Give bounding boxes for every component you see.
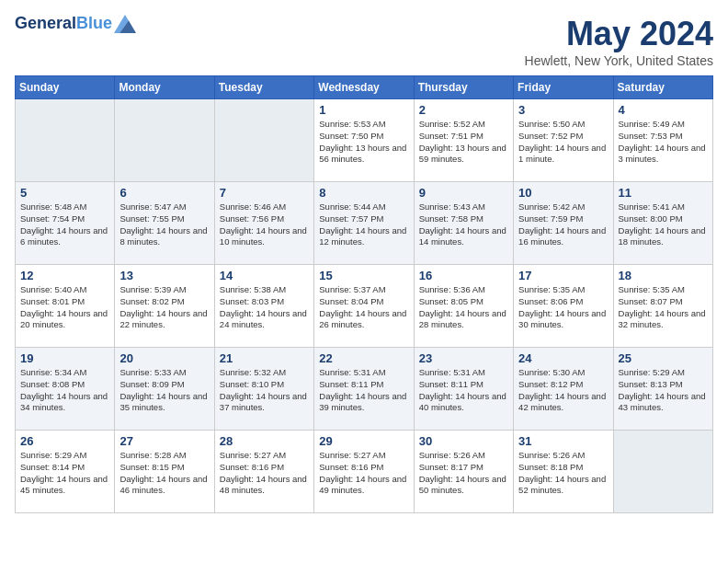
calendar-day-cell: 5Sunrise: 5:48 AM Sunset: 7:54 PM Daylig… — [16, 182, 115, 265]
day-info: Sunrise: 5:29 AM Sunset: 8:13 PM Dayligh… — [619, 367, 708, 414]
day-number: 16 — [419, 269, 508, 282]
calendar-day-cell: 17Sunrise: 5:35 AM Sunset: 8:06 PM Dayli… — [514, 265, 613, 348]
day-info: Sunrise: 5:32 AM Sunset: 8:10 PM Dayligh… — [220, 367, 309, 414]
day-info: Sunrise: 5:53 AM Sunset: 7:50 PM Dayligh… — [319, 119, 408, 166]
day-number: 12 — [20, 269, 109, 282]
calendar-day-cell: 2Sunrise: 5:52 AM Sunset: 7:51 PM Daylig… — [414, 99, 513, 182]
weekday-header-cell: Tuesday — [214, 76, 313, 99]
logo-icon — [114, 15, 136, 33]
day-number: 7 — [220, 186, 309, 200]
calendar-day-cell: 30Sunrise: 5:26 AM Sunset: 8:17 PM Dayli… — [414, 431, 513, 513]
day-number: 6 — [119, 186, 209, 200]
logo: GeneralBlue — [15, 15, 136, 33]
day-info: Sunrise: 5:34 AM Sunset: 8:08 PM Dayligh… — [20, 367, 109, 414]
day-number: 4 — [619, 103, 708, 117]
day-number: 18 — [619, 269, 708, 282]
day-info: Sunrise: 5:28 AM Sunset: 8:15 PM Dayligh… — [119, 450, 209, 497]
calendar-week-row: 5Sunrise: 5:48 AM Sunset: 7:54 PM Daylig… — [16, 182, 713, 265]
weekday-header-cell: Sunday — [16, 76, 115, 99]
day-number: 23 — [419, 351, 508, 365]
day-info: Sunrise: 5:38 AM Sunset: 8:03 PM Dayligh… — [220, 284, 309, 331]
calendar-day-cell: 9Sunrise: 5:43 AM Sunset: 7:58 PM Daylig… — [414, 182, 513, 265]
day-number: 28 — [220, 434, 309, 448]
weekday-header-cell: Monday — [115, 76, 214, 99]
page-header: GeneralBlue May 2024 Hewlett, New York, … — [15, 15, 713, 68]
calendar-day-cell: 23Sunrise: 5:31 AM Sunset: 8:11 PM Dayli… — [414, 348, 513, 431]
day-info: Sunrise: 5:43 AM Sunset: 7:58 PM Dayligh… — [419, 201, 508, 248]
day-info: Sunrise: 5:30 AM Sunset: 8:12 PM Dayligh… — [518, 367, 608, 414]
weekday-header-cell: Thursday — [414, 76, 513, 99]
day-number: 14 — [220, 269, 309, 282]
day-number: 21 — [220, 351, 309, 365]
calendar-day-cell — [16, 99, 115, 182]
day-info: Sunrise: 5:47 AM Sunset: 7:55 PM Dayligh… — [119, 201, 209, 248]
calendar-day-cell: 29Sunrise: 5:27 AM Sunset: 8:16 PM Dayli… — [314, 431, 414, 513]
day-number: 31 — [518, 434, 608, 448]
day-number: 19 — [20, 351, 109, 365]
calendar-day-cell: 13Sunrise: 5:39 AM Sunset: 8:02 PM Dayli… — [115, 265, 214, 348]
day-info: Sunrise: 5:36 AM Sunset: 8:05 PM Dayligh… — [419, 284, 508, 331]
day-info: Sunrise: 5:50 AM Sunset: 7:52 PM Dayligh… — [518, 119, 608, 166]
calendar-day-cell: 26Sunrise: 5:29 AM Sunset: 8:14 PM Dayli… — [16, 431, 115, 513]
calendar-day-cell: 6Sunrise: 5:47 AM Sunset: 7:55 PM Daylig… — [115, 182, 214, 265]
day-info: Sunrise: 5:44 AM Sunset: 7:57 PM Dayligh… — [319, 201, 408, 248]
day-number: 17 — [518, 269, 608, 282]
calendar-day-cell — [115, 99, 214, 182]
logo-text: GeneralBlue — [15, 15, 112, 33]
calendar-week-row: 12Sunrise: 5:40 AM Sunset: 8:01 PM Dayli… — [16, 265, 713, 348]
calendar-day-cell: 22Sunrise: 5:31 AM Sunset: 8:11 PM Dayli… — [314, 348, 414, 431]
calendar-day-cell: 15Sunrise: 5:37 AM Sunset: 8:04 PM Dayli… — [314, 265, 414, 348]
day-number: 20 — [119, 351, 209, 365]
day-info: Sunrise: 5:46 AM Sunset: 7:56 PM Dayligh… — [220, 201, 309, 248]
day-number: 3 — [518, 103, 608, 117]
day-number: 8 — [319, 186, 408, 200]
day-info: Sunrise: 5:27 AM Sunset: 8:16 PM Dayligh… — [220, 450, 309, 497]
calendar-week-row: 1Sunrise: 5:53 AM Sunset: 7:50 PM Daylig… — [16, 99, 713, 182]
day-info: Sunrise: 5:35 AM Sunset: 8:06 PM Dayligh… — [518, 284, 608, 331]
day-number: 29 — [319, 434, 408, 448]
day-info: Sunrise: 5:42 AM Sunset: 7:59 PM Dayligh… — [518, 201, 608, 248]
title-area: May 2024 Hewlett, New York, United State… — [525, 15, 713, 68]
day-number: 22 — [319, 351, 408, 365]
calendar-day-cell: 27Sunrise: 5:28 AM Sunset: 8:15 PM Dayli… — [115, 431, 214, 513]
day-info: Sunrise: 5:27 AM Sunset: 8:16 PM Dayligh… — [319, 450, 408, 497]
calendar-day-cell — [613, 431, 712, 513]
day-number: 5 — [20, 186, 109, 200]
day-info: Sunrise: 5:49 AM Sunset: 7:53 PM Dayligh… — [619, 119, 708, 166]
day-number: 26 — [20, 434, 109, 448]
calendar-day-cell: 7Sunrise: 5:46 AM Sunset: 7:56 PM Daylig… — [214, 182, 313, 265]
calendar-body: 1Sunrise: 5:53 AM Sunset: 7:50 PM Daylig… — [16, 99, 713, 513]
day-info: Sunrise: 5:37 AM Sunset: 8:04 PM Dayligh… — [319, 284, 408, 331]
day-number: 15 — [319, 269, 408, 282]
day-info: Sunrise: 5:31 AM Sunset: 8:11 PM Dayligh… — [319, 367, 408, 414]
day-number: 27 — [119, 434, 209, 448]
calendar-day-cell: 14Sunrise: 5:38 AM Sunset: 8:03 PM Dayli… — [214, 265, 313, 348]
calendar-day-cell: 28Sunrise: 5:27 AM Sunset: 8:16 PM Dayli… — [214, 431, 313, 513]
day-info: Sunrise: 5:40 AM Sunset: 8:01 PM Dayligh… — [20, 284, 109, 331]
day-info: Sunrise: 5:48 AM Sunset: 7:54 PM Dayligh… — [20, 201, 109, 248]
calendar-table: SundayMondayTuesdayWednesdayThursdayFrid… — [15, 75, 713, 513]
calendar-day-cell: 3Sunrise: 5:50 AM Sunset: 7:52 PM Daylig… — [514, 99, 613, 182]
day-info: Sunrise: 5:33 AM Sunset: 8:09 PM Dayligh… — [119, 367, 209, 414]
day-number: 30 — [419, 434, 508, 448]
weekday-header-row: SundayMondayTuesdayWednesdayThursdayFrid… — [16, 76, 713, 99]
day-number: 10 — [518, 186, 608, 200]
calendar-day-cell: 4Sunrise: 5:49 AM Sunset: 7:53 PM Daylig… — [613, 99, 712, 182]
calendar-day-cell: 25Sunrise: 5:29 AM Sunset: 8:13 PM Dayli… — [613, 348, 712, 431]
day-info: Sunrise: 5:26 AM Sunset: 8:18 PM Dayligh… — [518, 450, 608, 497]
day-number: 9 — [419, 186, 508, 200]
calendar-day-cell: 21Sunrise: 5:32 AM Sunset: 8:10 PM Dayli… — [214, 348, 313, 431]
weekday-header-cell: Wednesday — [314, 76, 414, 99]
day-number: 13 — [119, 269, 209, 282]
calendar-day-cell — [214, 99, 313, 182]
calendar-week-row: 26Sunrise: 5:29 AM Sunset: 8:14 PM Dayli… — [16, 431, 713, 513]
day-info: Sunrise: 5:26 AM Sunset: 8:17 PM Dayligh… — [419, 450, 508, 497]
weekday-header-cell: Friday — [514, 76, 613, 99]
day-info: Sunrise: 5:41 AM Sunset: 8:00 PM Dayligh… — [619, 201, 708, 248]
day-info: Sunrise: 5:39 AM Sunset: 8:02 PM Dayligh… — [119, 284, 209, 331]
calendar-day-cell: 8Sunrise: 5:44 AM Sunset: 7:57 PM Daylig… — [314, 182, 414, 265]
day-number: 11 — [619, 186, 708, 200]
calendar-day-cell: 12Sunrise: 5:40 AM Sunset: 8:01 PM Dayli… — [16, 265, 115, 348]
day-number: 25 — [619, 351, 708, 365]
calendar-day-cell: 18Sunrise: 5:35 AM Sunset: 8:07 PM Dayli… — [613, 265, 712, 348]
